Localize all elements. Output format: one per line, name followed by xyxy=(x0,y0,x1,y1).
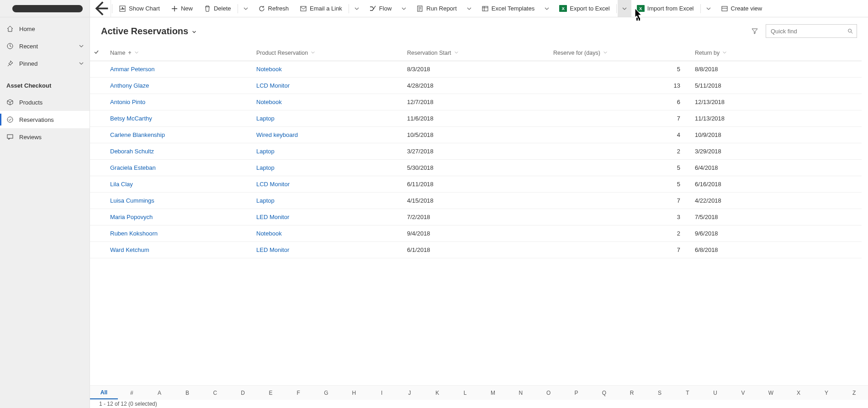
excel-templates-button[interactable]: Excel Templates xyxy=(476,0,540,17)
alpha-filter-#[interactable]: # xyxy=(118,387,146,399)
row-name-link[interactable]: Graciela Esteban xyxy=(110,164,156,171)
table-row[interactable]: Lila ClayLCD Monitor6/11/201856/16/2018 xyxy=(90,176,862,193)
row-checkbox[interactable] xyxy=(90,242,106,258)
flow-button[interactable]: Flow xyxy=(364,0,397,17)
table-row[interactable]: Ruben KokshoornNotebook9/4/201829/6/2018 xyxy=(90,225,862,242)
table-row[interactable]: Anthony GlazeLCD Monitor4/28/2018135/11/… xyxy=(90,78,862,94)
alpha-filter-s[interactable]: S xyxy=(646,387,674,399)
alpha-filter-j[interactable]: J xyxy=(396,387,423,399)
nav-recent[interactable]: Recent xyxy=(0,37,90,55)
alpha-filter-x[interactable]: X xyxy=(785,387,813,399)
row-product-link[interactable]: Wired keyboard xyxy=(256,131,298,138)
alpha-filter-t[interactable]: T xyxy=(673,387,701,399)
show-chart-button[interactable]: Show Chart xyxy=(113,0,165,17)
row-product-link[interactable]: Notebook xyxy=(256,230,282,237)
row-product-link[interactable]: LED Monitor xyxy=(256,214,289,220)
table-row[interactable]: Carlene BlankenshipWired keyboard10/5/20… xyxy=(90,127,862,143)
alpha-filter-l[interactable]: L xyxy=(451,387,479,399)
row-checkbox[interactable] xyxy=(90,193,106,209)
row-checkbox[interactable] xyxy=(90,209,106,225)
alpha-filter-a[interactable]: A xyxy=(146,387,174,399)
alpha-filter-n[interactable]: N xyxy=(507,387,535,399)
nav-reservations[interactable]: Reservations xyxy=(0,111,90,128)
delete-button[interactable]: Delete xyxy=(198,0,237,17)
nav-reviews[interactable]: Reviews xyxy=(0,128,90,146)
import-excel-button[interactable]: X Import from Excel xyxy=(631,0,699,17)
new-button[interactable]: New xyxy=(165,0,198,17)
table-row[interactable]: Antonio PintoNotebook12/7/2018612/13/201… xyxy=(90,94,862,110)
alpha-filter-v[interactable]: V xyxy=(729,387,757,399)
alpha-filter-h[interactable]: H xyxy=(340,387,368,399)
alpha-filter-f[interactable]: F xyxy=(285,387,312,399)
funnel-icon[interactable] xyxy=(751,27,758,35)
row-name-link[interactable]: Carlene Blankenship xyxy=(110,131,165,138)
table-row[interactable]: Deborah SchultzLaptop3/27/201823/29/2018 xyxy=(90,143,862,160)
delete-dropdown[interactable] xyxy=(239,0,253,17)
table-row[interactable]: Ammar PetersonNotebook8/3/201858/8/2018 xyxy=(90,61,862,78)
alpha-filter-m[interactable]: M xyxy=(479,387,507,399)
row-checkbox[interactable] xyxy=(90,127,106,143)
table-row[interactable]: Maria PopovychLED Monitor7/2/201837/5/20… xyxy=(90,209,862,225)
run-report-button[interactable]: Run Report xyxy=(411,0,462,17)
column-header-days[interactable]: Reserve for (days) xyxy=(550,45,691,61)
chevron-down-icon[interactable] xyxy=(79,61,84,66)
row-name-link[interactable]: Ruben Kokshoorn xyxy=(110,230,158,237)
flow-dropdown[interactable] xyxy=(397,0,411,17)
alpha-filter-g[interactable]: G xyxy=(312,387,340,399)
row-checkbox[interactable] xyxy=(90,94,106,110)
refresh-button[interactable]: Refresh xyxy=(253,0,295,17)
alpha-filter-o[interactable]: O xyxy=(535,387,562,399)
alpha-filter-u[interactable]: U xyxy=(701,387,729,399)
row-name-link[interactable]: Maria Popovych xyxy=(110,214,153,220)
row-product-link[interactable]: Laptop xyxy=(256,115,275,122)
row-name-link[interactable]: Betsy McCarthy xyxy=(110,115,152,122)
row-checkbox[interactable] xyxy=(90,143,106,160)
excel-templates-dropdown[interactable] xyxy=(540,0,554,17)
row-checkbox[interactable] xyxy=(90,78,106,94)
select-all-checkbox[interactable] xyxy=(90,45,106,61)
alpha-filter-p[interactable]: P xyxy=(562,387,590,399)
nav-home[interactable]: Home xyxy=(0,20,90,37)
table-row[interactable]: Luisa CummingsLaptop4/15/201874/22/2018 xyxy=(90,193,862,209)
row-product-link[interactable]: Laptop xyxy=(256,197,275,204)
column-header-name[interactable]: Name xyxy=(106,45,253,61)
nav-pinned[interactable]: Pinned xyxy=(0,55,90,72)
nav-products[interactable]: Products xyxy=(0,94,90,111)
row-checkbox[interactable] xyxy=(90,160,106,176)
alpha-filter-q[interactable]: Q xyxy=(590,387,618,399)
table-row[interactable]: Ward KetchumLED Monitor6/1/201876/8/2018 xyxy=(90,242,862,258)
row-product-link[interactable]: Notebook xyxy=(256,99,282,105)
run-report-dropdown[interactable] xyxy=(462,0,476,17)
row-product-link[interactable]: LCD Monitor xyxy=(256,181,290,188)
row-checkbox[interactable] xyxy=(90,61,106,78)
alpha-filter-d[interactable]: D xyxy=(229,387,257,399)
email-dropdown[interactable] xyxy=(350,0,364,17)
row-product-link[interactable]: Laptop xyxy=(256,164,275,171)
quick-find-input[interactable] xyxy=(766,24,857,38)
alpha-filter-e[interactable]: E xyxy=(257,387,285,399)
alpha-filter-r[interactable]: R xyxy=(618,387,646,399)
alpha-filter-k[interactable]: K xyxy=(423,387,451,399)
row-name-link[interactable]: Antonio Pinto xyxy=(110,99,145,105)
back-button[interactable] xyxy=(90,0,111,17)
row-name-link[interactable]: Anthony Glaze xyxy=(110,82,149,89)
alpha-filter-i[interactable]: I xyxy=(368,387,396,399)
email-link-button[interactable]: Email a Link xyxy=(294,0,348,17)
alpha-filter-z[interactable]: Z xyxy=(840,387,868,399)
column-header-start[interactable]: Reservation Start xyxy=(403,45,550,61)
table-row[interactable]: Betsy McCarthyLaptop11/6/2018711/13/2018 xyxy=(90,110,862,127)
row-product-link[interactable]: LED Monitor xyxy=(256,246,289,253)
alpha-filter-all[interactable]: All xyxy=(90,387,118,399)
row-product-link[interactable]: LCD Monitor xyxy=(256,82,290,89)
row-name-link[interactable]: Ammar Peterson xyxy=(110,66,155,73)
alpha-filter-y[interactable]: Y xyxy=(813,387,841,399)
view-title[interactable]: Active Reservations xyxy=(101,26,196,37)
row-product-link[interactable]: Laptop xyxy=(256,148,275,155)
column-header-returnby[interactable]: Return by xyxy=(691,45,862,61)
export-excel-dropdown[interactable] xyxy=(618,0,631,17)
table-row[interactable]: Graciela EstebanLaptop5/30/201856/4/2018 xyxy=(90,160,862,176)
row-product-link[interactable]: Notebook xyxy=(256,66,282,73)
alpha-filter-c[interactable]: C xyxy=(201,387,229,399)
row-checkbox[interactable] xyxy=(90,176,106,193)
search-icon[interactable] xyxy=(847,28,853,34)
